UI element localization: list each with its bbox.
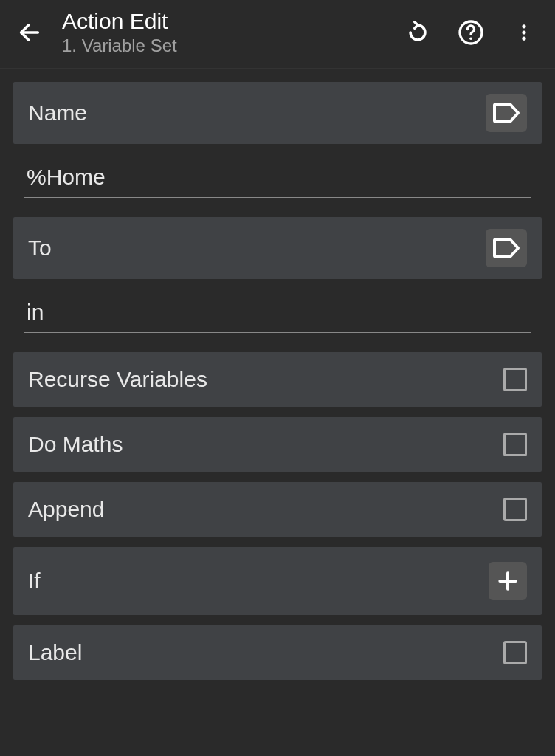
do-maths-row[interactable]: Do Maths — [13, 417, 542, 472]
name-input-wrap — [13, 144, 542, 202]
to-input[interactable] — [24, 294, 531, 333]
tag-icon — [492, 236, 521, 260]
help-button[interactable] — [455, 16, 487, 49]
to-input-wrap — [13, 279, 542, 337]
name-label: Name — [28, 100, 87, 126]
label-row[interactable]: Label — [13, 625, 542, 680]
plus-icon — [496, 569, 520, 593]
if-add-button[interactable] — [489, 562, 527, 600]
to-label: To — [28, 236, 52, 261]
to-section-header: To — [13, 217, 542, 279]
label-option-label: Label — [28, 640, 82, 665]
more-vertical-icon — [514, 22, 534, 43]
recurse-variables-row[interactable]: Recurse Variables — [13, 352, 542, 407]
do-maths-label: Do Maths — [28, 432, 123, 457]
append-checkbox[interactable] — [503, 498, 527, 521]
undo-icon — [405, 20, 430, 45]
svg-point-4 — [522, 30, 525, 34]
content-area: Name To Recurse Variables Do Maths Appen… — [0, 69, 555, 704]
label-checkbox[interactable] — [503, 641, 527, 664]
header-actions — [401, 16, 540, 49]
name-input[interactable] — [24, 159, 531, 198]
title-block: Action Edit 1. Variable Set — [62, 9, 384, 56]
undo-button[interactable] — [401, 16, 434, 49]
tag-icon — [492, 101, 521, 125]
more-button[interactable] — [508, 16, 540, 49]
recurse-variables-checkbox[interactable] — [503, 368, 527, 391]
svg-point-2 — [469, 37, 472, 40]
svg-point-5 — [522, 37, 525, 41]
append-label: Append — [28, 497, 104, 522]
append-row[interactable]: Append — [13, 482, 542, 537]
page-subtitle: 1. Variable Set — [62, 35, 384, 56]
recurse-variables-label: Recurse Variables — [28, 367, 207, 392]
to-tag-button[interactable] — [486, 229, 527, 267]
app-header: Action Edit 1. Variable Set — [0, 0, 555, 69]
if-row[interactable]: If — [13, 547, 542, 615]
back-button[interactable] — [15, 18, 44, 47]
arrow-left-icon — [17, 20, 42, 45]
name-section-header: Name — [13, 82, 542, 144]
svg-point-3 — [522, 24, 525, 28]
help-icon — [458, 19, 484, 46]
page-title: Action Edit — [62, 9, 384, 34]
name-tag-button[interactable] — [486, 94, 527, 132]
do-maths-checkbox[interactable] — [503, 433, 527, 456]
if-label: If — [28, 568, 41, 594]
